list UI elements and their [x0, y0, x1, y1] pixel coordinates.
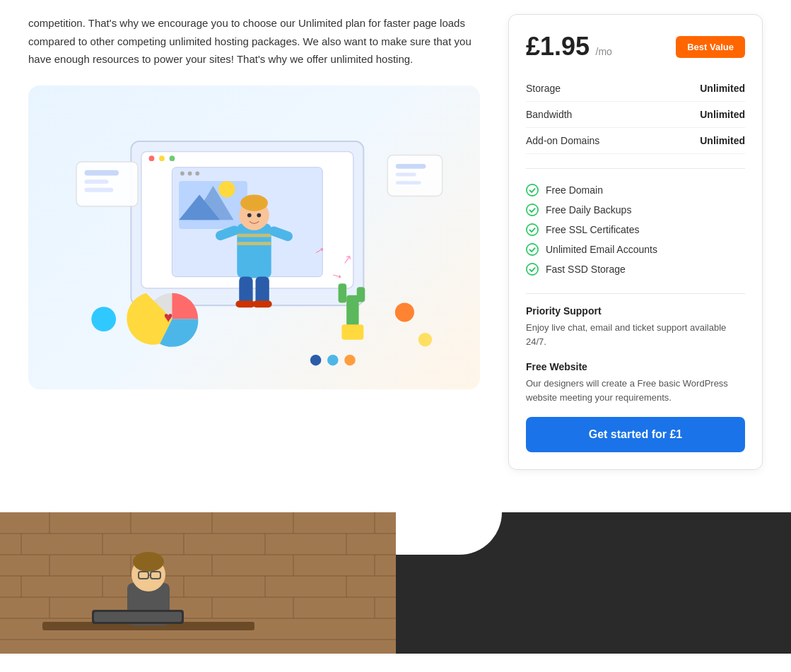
cta-button[interactable]: Get started for £1 [526, 417, 745, 452]
svg-point-27 [257, 213, 261, 218]
list-item: Unlimited Email Accounts [526, 240, 745, 259]
svg-point-53 [527, 264, 538, 275]
intro-paragraph: competition. That's why we encourage you… [28, 14, 480, 69]
divider-2 [526, 293, 745, 294]
table-row: Storage Unlimited [526, 76, 745, 102]
svg-rect-19 [396, 173, 416, 177]
spec-value: Unlimited [662, 76, 745, 102]
illustration-area: → → ↗ ♥ [28, 86, 480, 389]
svg-rect-14 [85, 170, 119, 176]
spec-value: Unlimited [662, 128, 745, 154]
list-item: Free SSL Certificates [526, 220, 745, 240]
svg-rect-18 [396, 164, 426, 169]
feature-text: Free Domain [546, 184, 603, 196]
svg-point-26 [247, 213, 252, 218]
svg-rect-29 [255, 277, 269, 305]
svg-rect-30 [235, 300, 254, 307]
price-amount: £1.95 [526, 32, 590, 61]
svg-point-51 [527, 224, 538, 235]
feature-text: Fast SSD Storage [546, 264, 626, 275]
check-icon [526, 204, 539, 216]
svg-rect-15 [85, 179, 109, 184]
svg-point-52 [527, 244, 538, 255]
person-svg [0, 512, 396, 654]
svg-point-8 [195, 172, 199, 176]
svg-point-48 [344, 355, 355, 365]
svg-rect-21 [237, 223, 271, 278]
free-website-desc: Our designers will create a Free basic W… [526, 377, 745, 404]
features-list: Free Domain Free Daily Backups Free SSL … [526, 180, 745, 279]
svg-rect-38 [339, 283, 347, 302]
svg-point-50 [527, 204, 538, 216]
specs-table: Storage Unlimited Bandwidth Unlimited Ad… [526, 76, 745, 154]
right-column: £1.95 /mo Best Value Storage Unlimited B… [508, 14, 763, 470]
free-website-title: Free Website [526, 361, 745, 372]
table-row: Bandwidth Unlimited [526, 102, 745, 128]
spec-label: Add-on Domains [526, 128, 662, 154]
svg-rect-28 [239, 277, 252, 305]
svg-point-3 [159, 155, 165, 161]
svg-rect-94 [94, 612, 182, 622]
check-icon [526, 263, 539, 276]
svg-point-2 [149, 155, 155, 161]
svg-point-46 [310, 355, 321, 365]
spec-label: Bandwidth [526, 102, 662, 128]
svg-rect-22 [237, 234, 271, 237]
svg-rect-31 [253, 300, 272, 307]
check-icon [526, 223, 539, 236]
svg-point-7 [188, 172, 192, 176]
bottom-section [0, 512, 791, 654]
spec-value: Unlimited [662, 102, 745, 128]
feature-text: Unlimited Email Accounts [546, 244, 657, 255]
price-row: £1.95 /mo Best Value [526, 32, 745, 61]
free-website-block: Free Website Our designers will create a… [526, 361, 745, 404]
spec-label: Storage [526, 76, 662, 102]
list-item: Fast SSD Storage [526, 259, 745, 279]
main-section: competition. That's why we encourage you… [0, 0, 791, 512]
svg-point-89 [133, 552, 164, 572]
list-item: Free Daily Backups [526, 200, 745, 220]
svg-point-49 [527, 184, 538, 196]
svg-point-45 [418, 333, 432, 346]
price-period: /mo [596, 46, 612, 57]
feature-text: Free Daily Backups [546, 204, 631, 216]
bottom-image [0, 512, 396, 654]
svg-point-12 [218, 181, 235, 197]
svg-point-25 [240, 195, 268, 211]
svg-point-4 [170, 155, 175, 161]
svg-rect-20 [396, 181, 421, 184]
priority-support-block: Priority Support Enjoy live chat, email … [526, 305, 745, 348]
table-row: Add-on Domains Unlimited [526, 128, 745, 154]
svg-rect-16 [85, 188, 114, 192]
svg-rect-40 [341, 324, 363, 339]
left-column: competition. That's why we encourage you… [28, 14, 480, 389]
svg-point-43 [91, 307, 116, 331]
feature-text: Free SSL Certificates [546, 224, 640, 235]
svg-rect-13 [76, 162, 138, 206]
svg-point-6 [180, 172, 184, 176]
svg-point-47 [327, 355, 338, 365]
list-item: Free Domain [526, 180, 745, 200]
pricing-card: £1.95 /mo Best Value Storage Unlimited B… [508, 14, 763, 470]
price-display: £1.95 /mo [526, 32, 612, 61]
check-icon [526, 243, 539, 256]
priority-support-desc: Enjoy live chat, email and ticket suppor… [526, 321, 745, 348]
check-icon [526, 184, 539, 196]
svg-rect-39 [357, 287, 365, 302]
illustration-svg: → → ↗ ♥ [51, 100, 457, 374]
priority-support-title: Priority Support [526, 305, 745, 317]
best-value-button[interactable]: Best Value [676, 36, 745, 58]
svg-rect-23 [237, 242, 271, 245]
svg-text:♥: ♥ [164, 309, 173, 326]
svg-point-44 [395, 302, 414, 322]
divider-1 [526, 168, 745, 169]
